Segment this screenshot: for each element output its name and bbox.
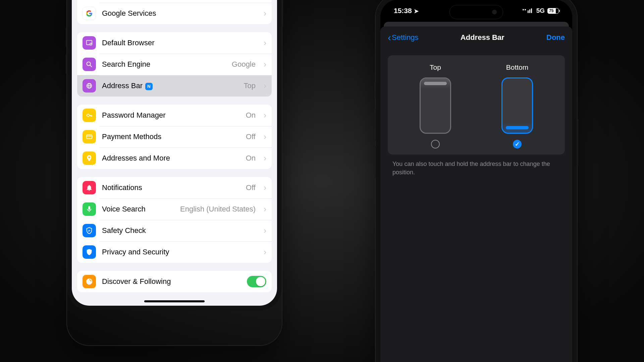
sheet-title: Address Bar xyxy=(461,33,504,42)
address-bar-sheet: ‹ Settings Address Bar Done Top Bottom xyxy=(380,26,572,362)
status-time: 15:38 ➤ xyxy=(394,7,419,15)
row-label: Payment Methods xyxy=(102,132,161,141)
row-label: Safety Check xyxy=(102,226,146,235)
option-bottom[interactable]: Bottom xyxy=(501,63,533,148)
row-secondary: English (United States) xyxy=(180,205,256,214)
volume-up-button xyxy=(66,27,67,47)
chevron-right-icon: › xyxy=(264,204,266,214)
chevron-right-icon: › xyxy=(264,9,266,18)
chevron-right-icon: › xyxy=(264,38,266,48)
row-secondary: Off xyxy=(246,132,256,141)
chevron-right-icon: › xyxy=(264,111,266,120)
battery-icon: 75 xyxy=(547,8,559,14)
chevron-right-icon: › xyxy=(264,247,266,257)
address-bar-icon xyxy=(83,79,96,93)
search-engine-icon xyxy=(83,58,96,71)
location-icon: ➤ xyxy=(414,8,419,14)
position-options: Top Bottom xyxy=(388,55,565,155)
row-secondary: Top xyxy=(244,81,256,90)
sheet-nav: ‹ Settings Address Bar Done xyxy=(380,26,572,49)
phone-left: › Sync On › Google Services › xyxy=(67,0,282,345)
chevron-right-icon: › xyxy=(264,154,266,163)
row-label: Address BarN xyxy=(102,81,153,90)
payment-icon xyxy=(83,130,96,143)
radio-checked-icon[interactable] xyxy=(513,140,522,148)
bell-icon xyxy=(83,181,96,194)
settings-row-password-manager[interactable]: Password Manager On › xyxy=(77,105,272,126)
footer-note: You can also touch and hold the address … xyxy=(380,159,572,178)
svg-point-2 xyxy=(87,62,91,66)
preview-bottom xyxy=(501,77,533,134)
settings-row-voice-search[interactable]: Voice Search English (United States) › xyxy=(77,198,272,220)
chevron-right-icon: › xyxy=(264,183,266,192)
chevron-right-icon: › xyxy=(264,226,266,235)
mic-icon xyxy=(83,202,96,216)
option-label: Top xyxy=(430,63,441,71)
default-browser-icon xyxy=(83,36,96,50)
row-label: Voice Search xyxy=(102,205,146,214)
new-badge: N xyxy=(145,83,153,90)
settings-group: › Sync On › Google Services › xyxy=(77,0,272,24)
settings-list[interactable]: › Sync On › Google Services › xyxy=(72,0,277,306)
done-button[interactable]: Done xyxy=(546,33,565,42)
settings-row-payment-methods[interactable]: Payment Methods Off › xyxy=(77,126,272,147)
chevron-right-icon: › xyxy=(264,132,266,141)
settings-group: Password Manager On › Payment Methods Of… xyxy=(77,105,272,169)
discover-icon xyxy=(83,275,96,288)
dynamic-island xyxy=(449,5,503,19)
row-label: Notifications xyxy=(102,183,142,192)
chevron-right-icon: › xyxy=(264,81,266,90)
svg-point-5 xyxy=(87,114,89,116)
settings-row-privacy[interactable]: Privacy and Security › xyxy=(77,241,272,263)
back-button[interactable]: ‹ Settings xyxy=(388,32,419,43)
password-icon xyxy=(83,109,96,122)
settings-group: Notifications Off › Voice Search English… xyxy=(77,177,272,263)
row-secondary: On xyxy=(246,111,256,120)
settings-row-google-services[interactable]: Google Services › xyxy=(77,3,272,24)
row-secondary: Off xyxy=(246,183,256,192)
row-label: Addresses and More xyxy=(102,154,170,163)
settings-row-search-engine[interactable]: Search Engine Google › xyxy=(77,54,272,75)
volume-down-button xyxy=(66,54,67,74)
volume-down-button xyxy=(374,146,376,178)
settings-row-safety-check[interactable]: Safety Check › xyxy=(77,220,272,241)
option-top[interactable]: Top xyxy=(420,63,451,148)
settings-row-sync[interactable]: Sync On › xyxy=(77,0,272,3)
chevron-left-icon: ‹ xyxy=(388,32,391,43)
settings-row-discover[interactable]: Discover & Following xyxy=(77,271,272,292)
toggle-switch[interactable] xyxy=(247,276,266,287)
action-button xyxy=(374,82,376,99)
option-label: Bottom xyxy=(506,63,529,71)
row-label: Discover & Following xyxy=(102,277,171,286)
settings-row-address-bar[interactable]: Address BarN Top › xyxy=(77,75,272,97)
volume-up-button xyxy=(374,109,376,141)
side-button xyxy=(577,119,578,166)
settings-row-notifications[interactable]: Notifications Off › xyxy=(77,177,272,198)
phone-right: 15:38 ➤ 5G 75 ‹ Settings Address Bar Don… xyxy=(376,0,577,362)
row-label: Google Services xyxy=(102,9,156,18)
svg-rect-6 xyxy=(87,135,92,139)
row-secondary: On xyxy=(246,154,256,163)
row-secondary: Google xyxy=(232,60,256,69)
preview-top xyxy=(420,77,451,134)
signal-icon xyxy=(523,8,534,13)
network-label: 5G xyxy=(536,7,545,14)
settings-group: Default Browser › Search Engine Google ›… xyxy=(77,32,272,97)
row-label: Default Browser xyxy=(102,39,155,47)
home-indicator[interactable] xyxy=(144,300,205,302)
side-button xyxy=(281,0,283,27)
settings-group: Discover & Following xyxy=(77,271,272,292)
row-label: Password Manager xyxy=(102,111,166,120)
shield-check-icon xyxy=(83,224,96,237)
settings-row-addresses[interactable]: Addresses and More On › xyxy=(77,147,272,169)
radio-unchecked-icon[interactable] xyxy=(431,140,440,148)
row-label: Search Engine xyxy=(102,60,150,69)
chevron-right-icon: › xyxy=(264,60,266,69)
google-icon xyxy=(83,7,96,20)
settings-row-default-browser[interactable]: Default Browser › xyxy=(77,32,272,54)
row-label: Privacy and Security xyxy=(102,248,169,256)
address-icon xyxy=(83,152,96,165)
shield-icon xyxy=(83,245,96,259)
